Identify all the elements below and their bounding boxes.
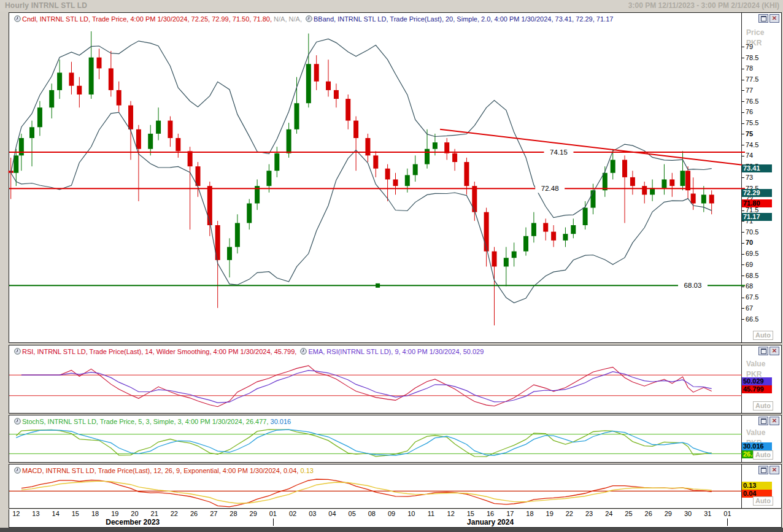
date-tick-label: 04: [328, 510, 336, 517]
price-tick-label: 67: [742, 304, 753, 312]
price-tick-label: 78: [742, 64, 753, 72]
price-tick-label: 74.5: [742, 141, 758, 148]
macd-value-badge: 0.13: [742, 482, 772, 490]
close-icon[interactable]: ✕: [770, 466, 779, 474]
line-handle[interactable]: [376, 283, 380, 288]
date-tick-label: 17: [506, 510, 514, 517]
main-legend-text: BBand, INTRNL STL LD, Trade Price(Last),…: [314, 15, 613, 23]
date-tick-label: 28: [230, 510, 237, 517]
window-title: Hourly INTRNL STL LD: [5, 1, 87, 10]
macd-legend-item[interactable]: MACD, INTRNL STL LD, Trade Price(Last), …: [12, 467, 300, 474]
rsi-legend-text: EMA, RSI(INTRNL STL LD), 9, 4:00 PM 1/30…: [308, 348, 484, 355]
close-icon[interactable]: ✕: [770, 347, 779, 355]
price-tick-label: 69: [742, 261, 753, 268]
window-time-range: 3:00 PM 12/11/2023 - 3:00 PM 2/1/2024 (K…: [628, 1, 779, 10]
macd-legend-text: 0.13: [300, 467, 313, 474]
month-boundary-tick: [727, 519, 728, 526]
stoch-legend: StochS, INTRNL STL LD, Trade Price, 5, 3…: [12, 417, 291, 426]
price-tick-label: 76: [742, 108, 753, 115]
rsi-legend-item[interactable]: EMA, RSI(INTRNL STL LD), 9, 4:00 PM 1/30…: [298, 348, 484, 355]
date-tick-label: 29: [665, 510, 672, 517]
main-legend-item[interactable]: Cndl, INTRNL STL LD, Trade Price, 4:00 P…: [12, 15, 272, 23]
date-tick-label: 03: [309, 510, 316, 517]
date-tick-label: 08: [368, 510, 376, 517]
price-tick-label: 74: [742, 152, 753, 159]
date-tick-label: 01: [269, 510, 277, 517]
price-tick-label: 78.5: [742, 54, 758, 61]
trendline[interactable]: [440, 129, 745, 166]
main-plot: 74.1572.4868.03: [9, 28, 742, 343]
rsi-value-badge: 45.799: [742, 385, 772, 393]
date-tick-label: 27: [210, 510, 217, 517]
clock-icon: [14, 15, 21, 22]
rsi-legend: RSI, INTRNL STL LD, Trade Price(Last), 1…: [12, 347, 484, 356]
minimize-icon[interactable]: [758, 417, 768, 425]
price-chart-panel: Cndl, INTRNL STL LD, Trade Price, 4:00 P…: [9, 12, 782, 343]
date-tick-label: 01: [723, 510, 731, 517]
stoch-auto-scale-button[interactable]: Auto: [753, 450, 773, 460]
window-bottom-edge: [0, 528, 783, 532]
date-tick-label: 26: [645, 510, 652, 517]
time-axis: 1213141518192021222627282901020304050809…: [9, 509, 782, 528]
window-titlebar[interactable]: Hourly INTRNL STL LD 3:00 PM 12/11/2023 …: [0, 0, 783, 12]
date-tick-label: 29: [250, 510, 257, 517]
main-legend-text: Cndl, INTRNL STL LD, Trade Price, 4:00 P…: [22, 15, 272, 23]
price-tick-label: 79: [742, 43, 753, 50]
month-label: December 2023: [106, 518, 160, 526]
price-tick-label: 76.5: [742, 98, 758, 105]
price-tick-label: 75: [742, 130, 753, 137]
stoch-value-badge: 30.016: [742, 442, 772, 450]
stoch-legend-text: StochS, INTRNL STL LD, Trade Price, 5, 3…: [22, 418, 271, 425]
date-tick-label: 05: [349, 510, 356, 517]
main-legend-item[interactable]: BBand, INTRNL STL LD, Trade Price(Last),…: [304, 15, 613, 23]
macd-legend-item[interactable]: 0.13: [300, 467, 313, 474]
date-tick-label: 18: [526, 510, 533, 517]
date-tick-label: 31: [704, 510, 711, 517]
date-tick-label: 10: [407, 510, 415, 517]
price-tick-label: 69.5: [742, 250, 758, 257]
macd-auto-scale-button[interactable]: Auto: [753, 496, 773, 506]
date-tick-label: 16: [487, 510, 494, 517]
minimize-icon[interactable]: [758, 347, 768, 355]
main-value-badge: 71.80: [742, 199, 772, 207]
date-tick-label: 18: [91, 510, 99, 517]
date-tick-label: 24: [605, 510, 612, 517]
date-tick-label: 02: [289, 510, 296, 517]
date-tick-label: 30: [684, 510, 692, 517]
date-tick-label: 15: [72, 510, 79, 517]
stoch-plot: [9, 428, 742, 462]
close-icon[interactable]: ✕: [770, 417, 779, 425]
main-value-badge: 73.41: [742, 164, 772, 172]
minimize-icon[interactable]: [758, 14, 768, 23]
macd-legend-text: MACD, INTRNL STL LD, Trade Price(Last), …: [22, 467, 300, 474]
rsi-legend-item[interactable]: RSI, INTRNL STL LD, Trade Price(Last), 1…: [12, 348, 298, 355]
price-tick-label: 77.5: [742, 75, 758, 83]
clock-icon: [14, 467, 21, 474]
minimize-icon[interactable]: [758, 466, 768, 474]
stoch-axis-title: Value: [746, 428, 765, 437]
main-auto-scale-button[interactable]: Auto: [753, 331, 773, 340]
main-value-badge: 72.29: [742, 189, 772, 197]
price-tick-label: 70.5: [742, 228, 758, 236]
month-boundary-tick: [273, 519, 274, 526]
date-tick-label: 23: [585, 510, 593, 517]
macd-panel: MACD, INTRNL STL LD, Trade Price(Last), …: [9, 464, 782, 509]
stoch-legend-item[interactable]: StochS, INTRNL STL LD, Trade Price, 5, 3…: [12, 418, 271, 425]
price-tick-label: 68: [742, 282, 753, 290]
date-tick-label: 12: [447, 510, 455, 517]
rsi-auto-scale-button[interactable]: Auto: [753, 401, 773, 411]
main-legend-item[interactable]: N/A, N/A,: [272, 15, 304, 23]
date-tick-label: 25: [625, 510, 632, 517]
rsi-value-badge: 50.029: [742, 377, 772, 385]
stoch-legend-item[interactable]: 30.016: [271, 418, 291, 425]
date-tick-label: 21: [151, 510, 158, 517]
price-level-label: 68.03: [684, 282, 702, 289]
macd-plot: [9, 476, 742, 509]
date-tick-label: 19: [546, 510, 554, 517]
date-tick-label: 14: [52, 510, 60, 517]
date-tick-label: 19: [111, 510, 118, 517]
close-icon[interactable]: ✕: [770, 14, 779, 23]
price-tick-label: 77: [742, 87, 753, 94]
macd-legend: MACD, INTRNL STL LD, Trade Price(Last), …: [12, 466, 314, 475]
main-axis-title: Price: [746, 28, 764, 37]
